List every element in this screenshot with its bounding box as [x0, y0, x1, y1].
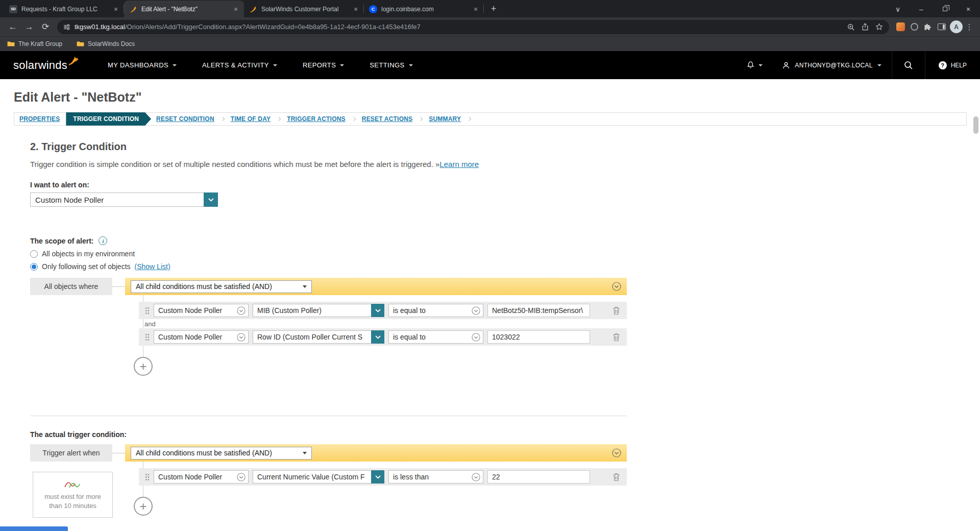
delete-condition-button[interactable]	[610, 305, 622, 316]
page-scrollbar-thumb[interactable]	[973, 116, 978, 134]
reload-button[interactable]: ⟳	[38, 19, 53, 35]
add-condition-button[interactable]: +	[134, 357, 153, 376]
logic-select-value: All child conditions must be satisfied (…	[136, 282, 272, 291]
step-summary[interactable]: SUMMARY	[429, 115, 461, 123]
extension-icon[interactable]	[911, 23, 918, 31]
condition-object-select[interactable]: Custom Node Poller	[154, 330, 249, 344]
tab-close-icon[interactable]: ×	[232, 5, 240, 13]
delete-condition-button[interactable]	[610, 471, 622, 482]
address-bar[interactable]: tkgsw01.tkg.local/Orion/Alerts/Add/Trigg…	[57, 20, 889, 34]
condition-object-select[interactable]: Custom Node Poller	[154, 470, 249, 484]
close-window-button[interactable]: ×	[957, 1, 980, 17]
radio-icon[interactable]	[30, 250, 38, 258]
tab-requests[interactable]: SD Requests - Kraft Group LLC ×	[4, 1, 124, 17]
new-tab-button[interactable]: +	[487, 2, 500, 15]
show-list-link[interactable]: (Show List)	[135, 262, 170, 271]
chevron-right-icon	[419, 117, 423, 121]
condition-object-select[interactable]: Custom Node Poller	[154, 304, 249, 317]
trigger-logic-select[interactable]: All child conditions must be satisfied (…	[131, 447, 312, 460]
select-value: Row ID (Custom Poller Current S	[253, 333, 371, 341]
side-panel-icon[interactable]	[938, 23, 946, 30]
nav-my-dashboards[interactable]: MY DASHBOARDS	[95, 51, 189, 79]
share-icon[interactable]	[862, 23, 869, 31]
collapse-chevron-icon[interactable]	[612, 448, 621, 457]
alert-on-select[interactable]: Custom Node Poller	[30, 192, 218, 207]
condition-field-select[interactable]: MIB (Custom Poller)	[253, 304, 384, 317]
site-settings-icon[interactable]	[63, 23, 70, 31]
chevron-down-icon[interactable]	[371, 470, 384, 484]
tab-coinbase[interactable]: C login.coinbase.com ×	[364, 1, 484, 17]
tab-search-icon[interactable]: ∨	[886, 1, 910, 17]
minimize-button[interactable]: –	[910, 1, 933, 17]
chevron-down-circle-icon[interactable]	[472, 333, 480, 342]
step-trigger-condition-active[interactable]: TRIGGER CONDITION	[66, 112, 151, 126]
tab-edit-alert[interactable]: Edit Alert - "NetBotz" ×	[124, 1, 244, 17]
condition-operator-select[interactable]: is equal to	[388, 304, 483, 317]
condition-operator-select[interactable]: is less than	[388, 470, 483, 484]
info-icon[interactable]: i	[99, 236, 107, 245]
scope-logic-select[interactable]: All child conditions must be satisfied (…	[131, 280, 312, 293]
solarwinds-logo[interactable]: solarwinds	[0, 59, 95, 72]
tab-customer-portal[interactable]: SolarWinds Customer Portal ×	[244, 1, 364, 17]
chevron-down-circle-icon[interactable]	[472, 306, 480, 315]
step-trigger-actions[interactable]: TRIGGER ACTIONS	[287, 115, 346, 123]
restore-button[interactable]	[933, 1, 957, 17]
browser-profile-avatar[interactable]: A	[950, 20, 963, 33]
chevron-down-circle-icon[interactable]	[472, 473, 480, 481]
condition-field-select[interactable]: Current Numeric Value (Custom F	[253, 470, 384, 484]
radio-subset-objects[interactable]: Only following set of objects (Show List…	[30, 262, 980, 271]
condition-value-input[interactable]	[487, 330, 590, 344]
search-icon	[903, 60, 913, 70]
chevron-down-circle-icon[interactable]	[237, 333, 246, 342]
radio-all-objects[interactable]: All objects in my environment	[30, 250, 980, 258]
nav-alerts-activity[interactable]: ALERTS & ACTIVITY	[189, 51, 290, 79]
help-button[interactable]: ? HELP	[925, 51, 980, 79]
add-condition-button[interactable]: +	[134, 497, 153, 516]
url-text[interactable]: tkgsw01.tkg.local/Orion/Alerts/Add/Trigg…	[75, 23, 838, 31]
condition-operator-select[interactable]: is equal to	[388, 330, 483, 344]
drag-handle-icon[interactable]	[145, 307, 150, 315]
and-label: and	[144, 320, 156, 328]
user-menu[interactable]: ANTHONYD@TKG.LOCAL	[772, 51, 891, 79]
bookmark-solarwinds-docs[interactable]: SolarWinds Docs	[77, 40, 135, 47]
browser-menu-icon[interactable]: ⋮	[964, 22, 975, 32]
step-time-of-day[interactable]: TIME OF DAY	[231, 115, 271, 123]
forward-button[interactable]: →	[21, 19, 37, 35]
learn-more-link[interactable]: Learn more	[439, 160, 479, 168]
chevron-down-icon	[173, 64, 177, 66]
back-button[interactable]: ←	[5, 19, 20, 35]
condition-value-input[interactable]	[487, 304, 590, 317]
drag-handle-icon[interactable]	[145, 333, 150, 341]
user-name: ANTHONYD@TKG.LOCAL	[795, 62, 872, 69]
nav-reports[interactable]: REPORTS	[290, 51, 357, 79]
bookmark-kraft-group[interactable]: The Kraft Group	[7, 40, 62, 47]
chevron-down-icon[interactable]	[371, 304, 384, 317]
step-reset-condition[interactable]: RESET CONDITION	[156, 115, 214, 123]
delete-condition-button[interactable]	[610, 331, 622, 343]
drag-handle-icon[interactable]	[145, 473, 150, 481]
step-reset-actions[interactable]: RESET ACTIONS	[362, 115, 413, 123]
extension-icon[interactable]	[896, 22, 905, 31]
radio-selected-icon[interactable]	[30, 263, 38, 271]
nav-settings[interactable]: SETTINGS	[357, 51, 425, 79]
condition-field-select[interactable]: Row ID (Custom Poller Current S	[253, 330, 384, 344]
tab-close-icon[interactable]: ×	[352, 5, 360, 13]
chevron-down-circle-icon[interactable]	[237, 306, 246, 315]
extensions-puzzle-icon[interactable]	[924, 23, 932, 31]
chevron-down-icon	[303, 452, 307, 454]
notifications-button[interactable]	[737, 51, 772, 79]
zoom-icon[interactable]	[847, 23, 855, 31]
chevron-down-icon[interactable]	[371, 330, 384, 344]
nav-search-button[interactable]	[892, 51, 925, 79]
bookmark-star-icon[interactable]	[875, 23, 883, 31]
chevron-down-circle-icon[interactable]	[237, 473, 246, 481]
nav-label: SETTINGS	[370, 61, 404, 69]
tab-close-icon[interactable]: ×	[472, 5, 480, 13]
chevron-down-icon[interactable]	[204, 192, 218, 207]
step-properties[interactable]: PROPERTIES	[19, 115, 60, 123]
sustained-condition-box[interactable]: must exist for more than 10 minutes	[33, 472, 113, 518]
collapse-chevron-icon[interactable]	[612, 282, 621, 291]
tab-close-icon[interactable]: ×	[112, 5, 120, 13]
condition-value-input[interactable]	[487, 470, 590, 484]
chevron-down-icon	[273, 64, 277, 66]
